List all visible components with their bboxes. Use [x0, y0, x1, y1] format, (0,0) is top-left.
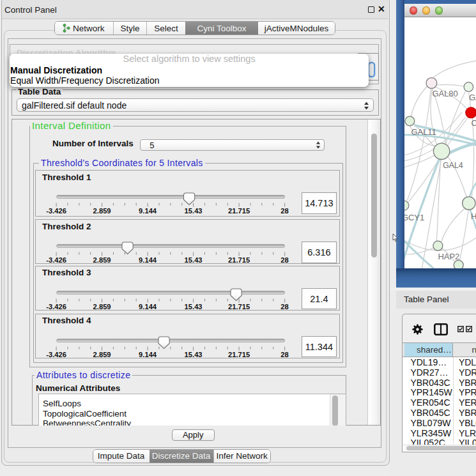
svg-text:9.144: 9.144 [139, 207, 157, 215]
svg-text:GCY1: GCY1 [404, 213, 424, 222]
svg-text:28: 28 [281, 207, 289, 215]
svg-text:-3.426: -3.426 [47, 207, 67, 215]
svg-text:15.43: 15.43 [185, 256, 203, 264]
svg-text:9.144: 9.144 [139, 350, 157, 358]
svg-text:21.715: 21.715 [228, 302, 250, 310]
svg-text:C: C [471, 118, 476, 128]
svg-text:28: 28 [281, 302, 289, 310]
svg-text:GAL4: GAL4 [442, 161, 463, 170]
svg-text:-3.426: -3.426 [47, 256, 67, 264]
svg-text:21.715: 21.715 [228, 207, 250, 215]
svg-text:GAL11: GAL11 [411, 128, 436, 137]
svg-text:21.715: 21.715 [228, 350, 250, 358]
svg-text:GA: GA [468, 93, 475, 102]
svg-text:15.43: 15.43 [185, 207, 203, 215]
svg-text:2.859: 2.859 [93, 302, 111, 310]
svg-text:H: H [470, 211, 475, 221]
svg-text:28: 28 [281, 350, 289, 358]
svg-text:9.144: 9.144 [139, 256, 157, 264]
svg-text:2.859: 2.859 [93, 350, 111, 358]
svg-text:21.715: 21.715 [228, 256, 250, 264]
svg-text:15.43: 15.43 [185, 350, 203, 358]
svg-text:HAP2: HAP2 [438, 252, 459, 261]
svg-text:28: 28 [281, 256, 289, 264]
svg-text:-3.426: -3.426 [47, 350, 67, 358]
svg-text:2.859: 2.859 [93, 256, 111, 264]
svg-text:9.144: 9.144 [139, 302, 157, 310]
svg-text:GAL80: GAL80 [432, 89, 457, 98]
svg-text:2.859: 2.859 [93, 207, 111, 215]
svg-text:-3.426: -3.426 [47, 302, 67, 310]
svg-text:15.43: 15.43 [185, 302, 203, 310]
